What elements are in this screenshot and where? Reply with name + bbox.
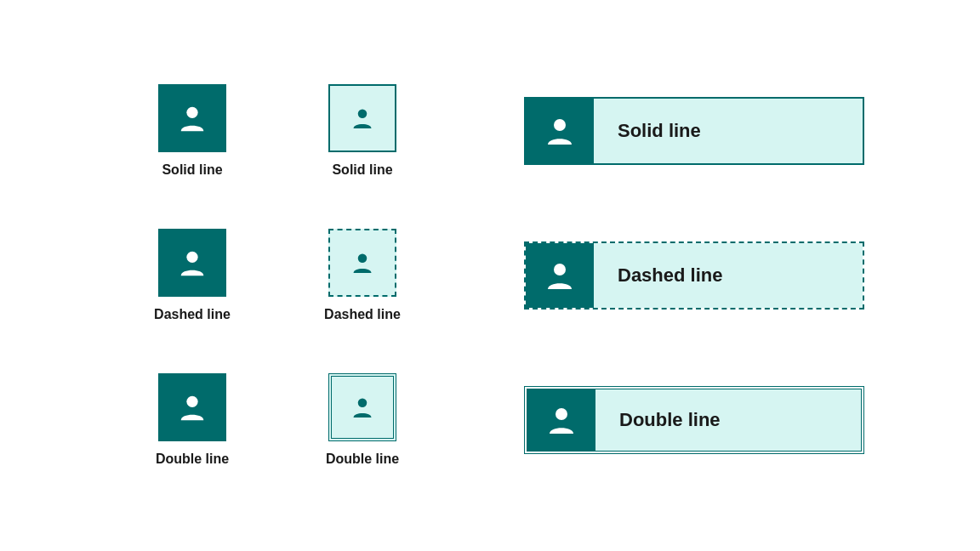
dashed-wide-cell: Dashed line bbox=[516, 241, 873, 310]
dashed-wide-card: Dashed line bbox=[524, 241, 864, 310]
main-grid: Solid line Solid line Solid line bbox=[107, 84, 873, 467]
svg-point-2 bbox=[186, 107, 197, 118]
double-filled-label: Double line bbox=[156, 452, 229, 467]
solid-light-label: Solid line bbox=[332, 162, 392, 178]
dashed-filled-cell: Dashed line bbox=[107, 229, 277, 322]
double-light-cell: Double line bbox=[277, 373, 447, 467]
double-filled-icon-box bbox=[158, 373, 226, 441]
person-icon bbox=[350, 250, 375, 276]
dashed-light-label: Dashed line bbox=[324, 307, 401, 322]
svg-point-4 bbox=[554, 119, 566, 131]
solid-wide-card: Solid line bbox=[524, 97, 864, 165]
double-light-icon-box bbox=[328, 373, 396, 441]
solid-wide-cell: Solid line bbox=[516, 97, 873, 165]
person-icon bbox=[176, 391, 208, 423]
solid-wide-label: Solid line bbox=[594, 99, 863, 163]
person-icon bbox=[176, 102, 208, 134]
person-icon bbox=[176, 247, 208, 279]
solid-filled-cell: Solid line bbox=[107, 84, 277, 178]
double-wide-card: Double line bbox=[524, 386, 864, 454]
person-icon bbox=[543, 258, 577, 293]
dashed-light-icon-box bbox=[328, 229, 396, 297]
double-light-label: Double line bbox=[326, 452, 399, 467]
solid-light-icon-box bbox=[328, 84, 396, 152]
dashed-filled-icon-box bbox=[158, 229, 226, 297]
person-icon bbox=[543, 114, 577, 148]
person-icon bbox=[350, 105, 375, 131]
svg-point-9 bbox=[358, 399, 368, 408]
solid-wide-icon bbox=[526, 99, 594, 163]
svg-point-3 bbox=[358, 110, 368, 119]
svg-point-10 bbox=[556, 408, 567, 420]
svg-point-8 bbox=[186, 396, 197, 407]
person-icon bbox=[350, 395, 375, 420]
double-filled-cell: Double line bbox=[107, 373, 277, 467]
double-wide-cell: Double line bbox=[516, 386, 873, 454]
solid-light-cell: Solid line bbox=[277, 84, 447, 178]
dashed-wide-label: Dashed line bbox=[594, 243, 863, 308]
person-icon bbox=[544, 403, 578, 437]
dashed-wide-icon bbox=[526, 243, 594, 308]
dashed-light-cell: Dashed line bbox=[277, 229, 447, 322]
solid-filled-label: Solid line bbox=[162, 162, 222, 178]
svg-point-6 bbox=[358, 254, 368, 264]
double-wide-label: Double line bbox=[595, 389, 861, 451]
dashed-filled-label: Dashed line bbox=[154, 307, 231, 322]
solid-filled-icon-box bbox=[158, 84, 226, 152]
double-wide-icon bbox=[527, 389, 595, 451]
svg-point-7 bbox=[554, 264, 566, 276]
svg-point-5 bbox=[186, 252, 197, 263]
